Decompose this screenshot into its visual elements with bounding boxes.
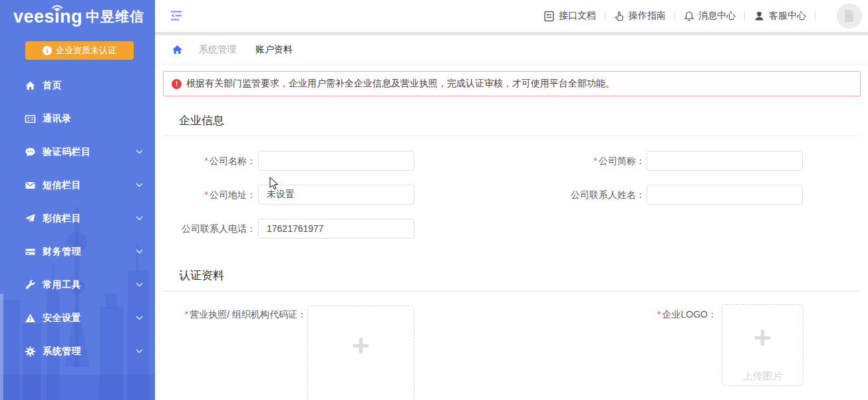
sidebar-item-sms[interactable]: 短信栏目 (0, 169, 155, 202)
label-company-address: *公司地址： (163, 185, 256, 205)
sidebar-menu: 首页 通讯录 验证码栏目 短信栏目 彩信栏目 财务管理 常用工具 (0, 69, 155, 368)
required-asterisk: * (205, 155, 208, 166)
company-address-input[interactable] (258, 185, 414, 205)
chevron-down-icon (136, 316, 143, 320)
label-company-logo: *企业LOGO： (501, 304, 717, 324)
section-title-certification: 认证资料 (179, 268, 224, 283)
contacts-icon (24, 114, 36, 124)
wifi-arc-icon (50, 1, 65, 10)
home-icon (24, 80, 36, 91)
credit-card-icon (24, 247, 36, 257)
sidebar-item-verification-code[interactable]: 验证码栏目 (0, 136, 155, 169)
brand-logo: veesing 中昱维信 (0, 0, 155, 33)
chevron-down-icon (136, 183, 143, 187)
contact-name-input[interactable] (647, 185, 803, 205)
required-asterisk: * (594, 155, 597, 166)
breadcrumb: 系统管理 账户资料 (155, 35, 868, 64)
warning-icon (24, 313, 36, 324)
divider (605, 11, 605, 21)
company-logo-upload[interactable]: + 上传图片 (722, 304, 803, 386)
sidebar-item-finance[interactable]: 财务管理 (0, 235, 155, 268)
hand-pointer-icon (614, 11, 625, 22)
comment-icon (24, 147, 36, 157)
chevron-down-icon (136, 150, 143, 154)
user-avatar[interactable] (837, 3, 862, 29)
label-company-name: *公司名称： (163, 151, 256, 171)
link-api-docs[interactable]: 接口文档 (543, 10, 596, 22)
bell-icon (684, 11, 694, 22)
brand-cn-name: 中昱维信 (86, 7, 144, 26)
sidebar-collapse-icon[interactable] (170, 10, 183, 21)
section-divider (163, 136, 861, 136)
chevron-down-icon (136, 282, 143, 287)
label-contact-name: 公司联系人姓名： (414, 185, 645, 205)
company-name-input[interactable] (258, 151, 414, 171)
divider (744, 11, 745, 21)
sidebar-item-mms[interactable]: 彩信栏目 (0, 202, 155, 235)
sidebar-item-contacts[interactable]: 通讯录 (0, 102, 155, 136)
link-user-guide[interactable]: 操作指南 (614, 10, 666, 22)
breadcrumb-home-icon[interactable] (172, 45, 183, 55)
required-asterisk: * (205, 189, 208, 200)
certification-alert: ! 根据有关部门监管要求，企业用户需补全企业信息及营业执照，完成认证审核，才可使… (163, 71, 861, 96)
required-asterisk: * (657, 309, 660, 320)
label-company-short-name: *公司简称： (414, 151, 645, 171)
label-business-license: *营业执照/ 组织机构代码证： (163, 304, 307, 324)
brand-name: veesing (13, 8, 82, 26)
label-contact-phone: 公司联系人电话： (163, 219, 256, 239)
customer-service-icon (754, 11, 765, 22)
company-short-name-input[interactable] (647, 151, 803, 171)
paper-plane-icon (24, 213, 36, 224)
sidebar-item-system[interactable]: 系统管理 (0, 335, 155, 368)
breadcrumb-item-system[interactable]: 系统管理 (199, 44, 236, 56)
sidebar-item-home[interactable]: 首页 (0, 69, 155, 102)
upload-text: 上传图片 (743, 370, 783, 383)
business-license-upload[interactable]: + (307, 306, 414, 400)
avatar-placeholder-icon (843, 9, 856, 23)
link-message-center[interactable]: 消息中心 (684, 10, 736, 22)
alert-text: 根据有关部门监管要求，企业用户需补全企业信息及营业执照，完成认证审核，才可使用平… (186, 78, 615, 90)
sidebar-item-security[interactable]: 安全设置 (0, 302, 155, 335)
contact-phone-input[interactable] (258, 219, 414, 239)
chevron-down-icon (136, 249, 143, 254)
api-doc-icon (543, 11, 555, 22)
header-links: 接口文档 操作指南 消息中心 客服中心 (543, 0, 824, 32)
gear-icon (24, 346, 36, 357)
link-customer-service[interactable]: 客服中心 (754, 10, 806, 22)
required-asterisk: * (185, 309, 188, 320)
qualification-status-badge[interactable]: i 企业资质未认证 (25, 41, 134, 60)
divider (674, 11, 675, 21)
main-area: 接口文档 操作指南 消息中心 客服中心 系统管理 (155, 0, 868, 400)
badge-label: 企业资质未认证 (56, 45, 116, 56)
sidebar-item-tools[interactable]: 常用工具 (0, 268, 155, 302)
chevron-down-icon (136, 349, 143, 353)
top-header: 接口文档 操作指南 消息中心 客服中心 (155, 0, 868, 32)
section-divider (163, 291, 861, 292)
sidebar: veesing 中昱维信 i 企业资质未认证 首页 通讯录 验证码栏目 短信栏目… (0, 0, 155, 400)
envelope-icon (24, 180, 36, 191)
chevron-down-icon (136, 216, 143, 221)
plus-icon: + (352, 330, 370, 361)
divider (815, 11, 815, 21)
breadcrumb-item-account: 账户资料 (255, 44, 293, 56)
section-title-company-info: 企业信息 (179, 113, 224, 128)
plus-icon: + (754, 322, 772, 353)
alert-exclamation-icon: ! (172, 79, 182, 89)
wrench-icon (24, 280, 36, 290)
info-icon: i (43, 46, 52, 55)
